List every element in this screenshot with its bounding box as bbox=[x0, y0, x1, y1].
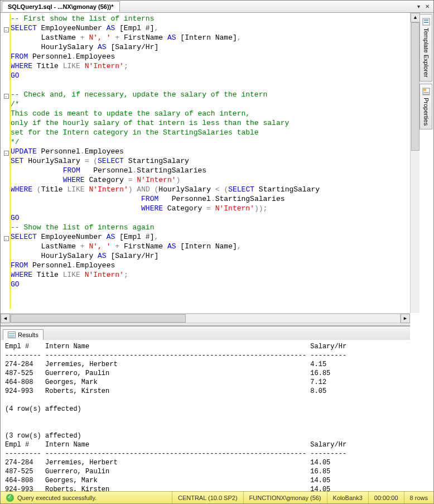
editor-horizontal-scrollbar[interactable]: ◀ ▶ bbox=[1, 313, 410, 323]
scroll-left-button[interactable]: ◀ bbox=[1, 314, 10, 323]
outline-collapse-button[interactable]: - bbox=[4, 27, 9, 32]
hscroll-thumb[interactable] bbox=[11, 314, 186, 323]
svg-rect-6 bbox=[423, 94, 429, 94]
code-line: GO bbox=[1, 213, 410, 223]
properties-label: Properties bbox=[423, 98, 430, 126]
outline-collapse-button[interactable]: - bbox=[4, 94, 9, 99]
status-bar: Query executed successfully. CENTRAL (10… bbox=[1, 491, 433, 503]
document-tab[interactable]: SQLQuery1.sql - ...NX\gmonay (56))* bbox=[2, 1, 120, 12]
template-icon bbox=[422, 18, 430, 26]
code-line: FROM Personnel.StartingSalaries bbox=[1, 194, 410, 204]
sql-editor[interactable]: -- First show the list of interns-SELECT… bbox=[1, 13, 410, 313]
status-rowcount: 8 rows bbox=[404, 492, 433, 503]
status-server: CENTRAL (10.0 SP2) bbox=[172, 492, 243, 503]
editor-vertical-scrollbar[interactable]: ▲ bbox=[410, 13, 419, 313]
results-text-area[interactable]: Empl # Intern Name Salary/Hr --------- -… bbox=[1, 340, 410, 491]
code-line: --- Check and, if necessary, update the … bbox=[1, 90, 410, 99]
code-line: WHERE Title LIKE N'Intern'; bbox=[1, 270, 410, 280]
code-line: GO bbox=[1, 280, 410, 289]
code-line: LastName + N', ' + FirstName AS [Intern … bbox=[1, 33, 410, 42]
code-line: HourlySalary AS [Salary/Hr] bbox=[1, 251, 410, 261]
document-tab-title: SQLQuery1.sql - ...NX\gmonay (56))* bbox=[8, 3, 114, 10]
outline-collapse-button[interactable]: - bbox=[4, 236, 9, 241]
svg-rect-1 bbox=[424, 20, 428, 21]
change-indicator-bar bbox=[9, 14, 11, 309]
scroll-up-button[interactable]: ▲ bbox=[411, 13, 420, 22]
template-explorer-tab[interactable]: Template Explorer bbox=[419, 14, 432, 81]
svg-rect-2 bbox=[424, 22, 428, 23]
code-line: set for the Intern category in the Start… bbox=[1, 128, 410, 137]
code-line: FROM Personnel.Employees bbox=[1, 261, 410, 270]
results-icon bbox=[8, 332, 16, 338]
outline-collapse-button[interactable]: - bbox=[4, 151, 9, 156]
code-line: -SELECT EmployeeNumber AS [Empl #], bbox=[1, 23, 410, 33]
results-text: Empl # Intern Name Salary/Hr --------- -… bbox=[5, 342, 406, 491]
code-line bbox=[1, 80, 410, 90]
status-user: FUNCTIONX\gmonay (56) bbox=[243, 492, 327, 503]
code-line: HourlySalary AS [Salary/Hr] bbox=[1, 42, 410, 52]
status-message: Query executed successfully. bbox=[17, 495, 97, 501]
code-line: This code is meant to update the salary … bbox=[1, 109, 410, 118]
svg-rect-4 bbox=[423, 89, 426, 91]
status-database: KoloBank3 bbox=[327, 492, 368, 503]
template-explorer-label: Template Explorer bbox=[423, 28, 430, 78]
properties-icon bbox=[422, 88, 430, 95]
scroll-thumb[interactable] bbox=[411, 22, 419, 151]
tab-close-button[interactable]: ✕ bbox=[423, 3, 431, 11]
code-line: WHERE Category = N'Intern')); bbox=[1, 204, 410, 213]
status-time: 00:00:00 bbox=[368, 492, 404, 503]
scroll-right-button[interactable]: ▶ bbox=[401, 314, 410, 323]
success-icon bbox=[6, 494, 14, 502]
code-line: WHERE (Title LIKE N'Intern') AND (Hourly… bbox=[1, 185, 410, 194]
code-line: GO bbox=[1, 71, 410, 80]
code-line: FROM Personnel.Employees bbox=[1, 52, 410, 61]
code-line: only if the hourly salary of that intern… bbox=[1, 118, 410, 128]
code-line: */ bbox=[1, 137, 410, 147]
side-tab-strip: Template Explorer Properties bbox=[419, 13, 433, 129]
svg-rect-5 bbox=[423, 92, 429, 93]
code-line: SET HourlySalary = (SELECT StartingSalar… bbox=[1, 156, 410, 166]
results-panel: Results Empl # Intern Name Salary/Hr ---… bbox=[1, 326, 410, 491]
code-line: -- First show the list of interns bbox=[1, 14, 410, 23]
document-tab-bar: SQLQuery1.sql - ...NX\gmonay (56))* ▾ ✕ bbox=[1, 1, 433, 13]
tab-dropdown-button[interactable]: ▾ bbox=[414, 3, 422, 11]
code-line: WHERE Category = N'Intern') bbox=[1, 175, 410, 185]
code-line: LastName + N', ' + FirstName AS [Intern … bbox=[1, 242, 410, 251]
code-line: FROM Personnel.StartingSalaries bbox=[1, 166, 410, 175]
code-line: -UPDATE Personnel.Employees bbox=[1, 147, 410, 156]
code-line: WHERE Title LIKE N'Intern'; bbox=[1, 61, 410, 71]
results-tab-label: Results bbox=[18, 332, 38, 338]
code-line: -- Show the list of interns again bbox=[1, 223, 410, 232]
properties-tab[interactable]: Properties bbox=[419, 84, 432, 129]
code-line: -SELECT EmployeeNumber AS [Empl #], bbox=[1, 232, 410, 242]
results-tab[interactable]: Results bbox=[3, 329, 44, 340]
code-line: /* bbox=[1, 99, 410, 109]
